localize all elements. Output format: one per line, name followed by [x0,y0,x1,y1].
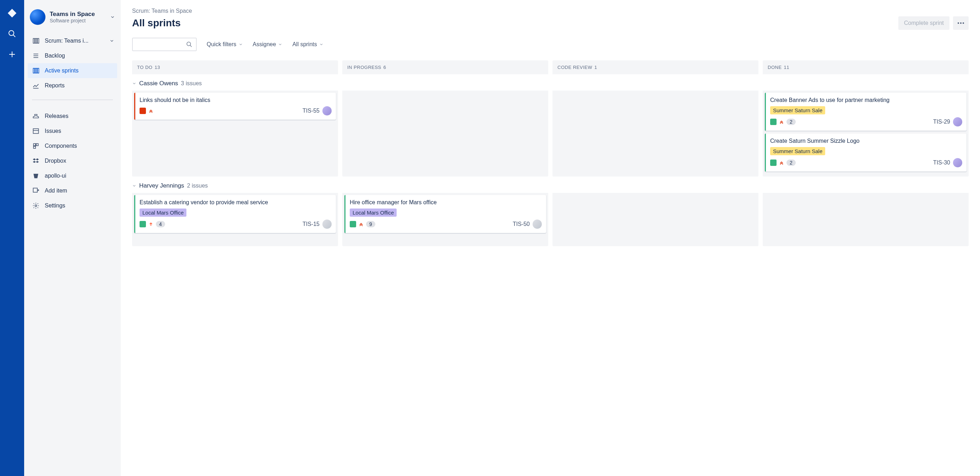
project-avatar [30,9,45,25]
breadcrumb[interactable]: Scrum: Teams in Space [132,8,969,14]
card-title: Create Banner Ads to use for partner mar… [770,97,962,103]
story-icon [770,119,776,125]
column-in-progress[interactable]: IN PROGRESS6 [342,60,548,74]
project-switcher[interactable]: Teams in Space Software project [28,7,117,31]
story-icon [350,221,356,227]
nav-label: Issues [45,128,61,134]
avatar [953,158,962,167]
search-icon[interactable] [7,29,18,39]
svg-rect-18 [33,188,38,193]
assignee-dropdown[interactable]: Assignee [253,41,283,48]
issue-card[interactable]: Links should not be in italics TIS-55 [134,93,336,120]
sidebar-issues[interactable]: Issues [28,124,117,139]
more-actions-button[interactable] [953,16,969,30]
card-label: Summer Saturn Sale [770,106,825,115]
scrum-label: Scrum: Teams i... [45,38,88,44]
issues-icon [32,127,40,135]
issue-card[interactable]: Hire office manager for Mars office Loca… [344,195,546,233]
svg-rect-12 [37,68,39,73]
all-sprints-dropdown[interactable]: All sprints [292,41,323,48]
card-key: TIS-50 [513,221,530,227]
nav-label: Backlog [45,53,65,59]
avatar [533,220,542,229]
priority-highest-icon [148,108,153,113]
ship-icon [32,112,40,120]
issue-card[interactable]: Create Saturn Summer Sizzle Logo Summer … [765,134,967,172]
sidebar-reports[interactable]: Reports [28,78,117,93]
sidebar-active-sprints[interactable]: Active sprints [28,63,117,78]
lane-col-done[interactable]: Create Banner Ads to use for partner mar… [763,91,969,177]
story-icon [140,221,146,227]
create-icon[interactable] [7,49,18,60]
svg-rect-4 [33,38,35,43]
swimlane-header[interactable]: Harvey Jennings 2 issues [132,182,969,189]
swimlane-name: Cassie Owens [139,80,178,87]
card-key: TIS-55 [302,108,320,114]
svg-rect-17 [33,146,35,148]
card-title: Create Saturn Summer Sizzle Logo [770,138,962,144]
nav-label: Add item [45,188,67,194]
issue-card[interactable]: Establish a catering vendor to provide m… [134,195,336,233]
lane-col-todo[interactable]: Establish a catering vendor to provide m… [132,193,338,246]
card-key: TIS-29 [933,119,950,125]
lane-col-code-review[interactable] [552,193,759,246]
search-input[interactable] [132,38,197,51]
issue-card[interactable]: Create Banner Ads to use for partner mar… [765,93,967,131]
priority-medium-icon [148,222,153,227]
svg-point-0 [9,30,14,35]
nav-label: Components [45,143,77,149]
chevron-down-icon [110,14,115,19]
swimlane: Harvey Jennings 2 issues Establish a cat… [132,182,969,246]
sidebar-dropbox[interactable]: Dropbox [28,153,117,169]
svg-point-25 [187,42,191,46]
swimlane-header[interactable]: Cassie Owens 3 issues [132,80,969,87]
swimlane: Cassie Owens 3 issues Links should not b… [132,80,969,177]
dropdown-label: Assignee [253,41,276,48]
project-subtitle: Software project [50,18,95,24]
main-content: Scrum: Teams in Space All sprints Comple… [121,0,980,476]
project-name: Teams in Space [50,11,95,18]
jira-logo-icon[interactable] [7,8,18,19]
column-code-review[interactable]: CODE REVIEW1 [552,60,759,74]
gear-icon [32,202,40,210]
sidebar-settings[interactable]: Settings [28,198,117,213]
nav-label: Settings [45,202,65,209]
sidebar-releases[interactable]: Releases [28,109,117,124]
svg-point-23 [960,22,961,24]
dropdown-label: Quick filters [207,41,237,48]
lane-col-in-progress[interactable] [342,91,548,177]
sidebar-components[interactable]: Components [28,139,117,153]
reports-icon [32,82,40,89]
project-sidebar: Teams in Space Software project Scrum: T… [24,0,121,476]
sidebar-backlog[interactable]: Backlog [28,48,117,63]
chevron-down-icon [132,81,136,86]
complete-sprint-button[interactable]: Complete sprint [898,16,950,30]
avatar [322,220,332,229]
lane-col-in-progress[interactable]: Hire office manager for Mars office Loca… [342,193,548,246]
priority-highest-icon [779,160,784,165]
svg-rect-11 [35,68,37,73]
swimlane-name: Harvey Jennings [139,182,184,189]
column-todo[interactable]: TO DO13 [132,60,338,74]
column-done[interactable]: DONE11 [763,60,969,74]
nav-label: Reports [45,83,65,89]
priority-highest-icon [779,119,784,124]
lane-col-todo[interactable]: Links should not be in italics TIS-55 [132,91,338,177]
svg-line-1 [13,35,15,37]
svg-rect-15 [33,143,35,146]
card-label: Local Mars Office [140,209,186,217]
story-points-badge: 4 [156,221,165,227]
lane-col-code-review[interactable] [552,91,759,177]
lane-col-done[interactable] [763,193,969,246]
sidebar-add-item[interactable]: Add item [28,183,117,198]
sidebar-apollo[interactable]: apollo-ui [28,169,117,183]
svg-rect-5 [35,38,37,43]
scrum-board-selector[interactable]: Scrum: Teams i... [28,33,117,48]
nav-label: apollo-ui [45,173,66,179]
svg-point-22 [958,22,959,24]
svg-rect-6 [37,38,39,43]
card-key: TIS-15 [302,221,320,227]
quick-filters-dropdown[interactable]: Quick filters [207,41,243,48]
svg-point-21 [35,205,37,207]
page-title: All sprints [132,18,181,29]
